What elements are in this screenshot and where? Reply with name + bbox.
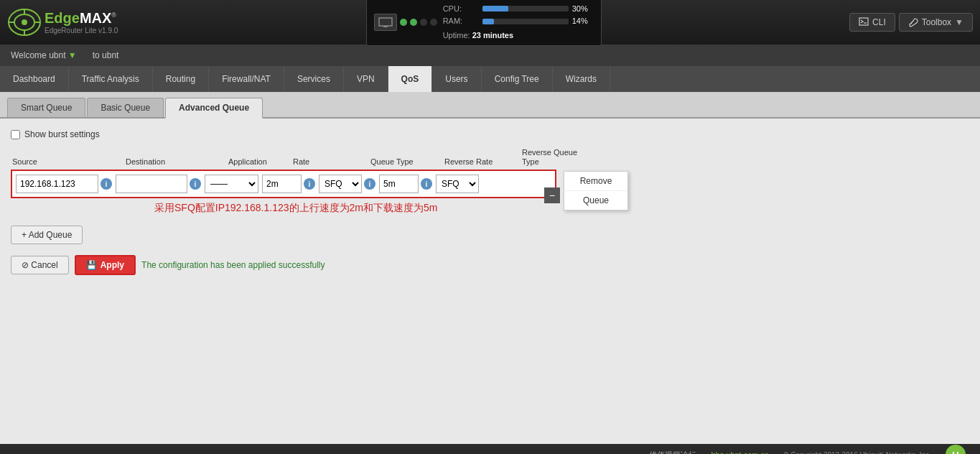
menu-dashboard-label: Dashboard (13, 74, 55, 84)
tab-smart-queue[interactable]: Smart Queue (7, 98, 85, 117)
tab-smart-queue-label: Smart Queue (21, 103, 72, 113)
revrate-field-group: i (379, 175, 432, 193)
menu-item-config-tree[interactable]: Config Tree (482, 66, 553, 92)
terminal-icon (859, 17, 869, 27)
cli-button[interactable]: CLI (849, 13, 895, 32)
apply-button[interactable]: 💾 Apply (75, 255, 136, 275)
tab-advanced-queue[interactable]: Advanced Queue (165, 98, 263, 119)
qtype-field-group: SFQ FIFO FQ-CoDel i (319, 175, 375, 193)
toolbox-button[interactable]: Toolbox ▼ (899, 13, 973, 32)
dropdown-arrow[interactable]: ▼ (68, 50, 77, 60)
remove-action[interactable]: Remove (564, 172, 627, 191)
cpu-stat-row: CPU: 30% (443, 3, 594, 16)
destination-input[interactable] (116, 175, 187, 193)
revrate-info-icon[interactable]: i (421, 178, 432, 190)
ram-label: RAM: (443, 15, 479, 28)
menu-firewall-label: Firewall/NAT (222, 74, 271, 84)
tab-basic-queue-label: Basic Queue (101, 103, 150, 113)
led-3 (420, 19, 427, 26)
col-dest-header: Destination (126, 157, 208, 167)
application-select[interactable]: —— (205, 175, 258, 193)
uptime-row: Uptime: 23 minutes (443, 28, 594, 42)
tab-basic-queue[interactable]: Basic Queue (87, 98, 164, 117)
apply-label: Apply (101, 260, 124, 270)
source-input[interactable] (16, 175, 98, 193)
show-burst-checkbox[interactable] (11, 130, 20, 139)
header: EdgeMAX® EdgeRouter Lite v1.9.0 CPU: (0, 0, 980, 45)
app-field-group: —— (205, 175, 258, 193)
success-message: The configuration has been applied succe… (141, 260, 325, 270)
annotation-text: 采用SFQ配置IP192.168.1.123的上行速度为2m和下载速度为5m (11, 202, 969, 215)
menu-item-dashboard[interactable]: Dashboard (0, 66, 69, 92)
header-center: CPU: 30% RAM: 14% Uptime: 23 minutes (366, 0, 602, 46)
menu-item-users[interactable]: Users (432, 66, 481, 92)
action-buttons-row: ⊘ Cancel 💾 Apply The configuration has b… (11, 255, 969, 275)
footer-forum: 优佰视频论坛 (649, 450, 696, 455)
qtype-info-icon[interactable]: i (364, 178, 375, 190)
revqtype-field-group: SFQ FIFO FQ-CoDel (436, 175, 479, 193)
ram-stat-row: RAM: 14% (443, 15, 594, 28)
router-name: EdgeRouter Lite v1.9.0 (45, 27, 118, 34)
cpu-pct: 30% (572, 3, 594, 16)
rate-info-icon[interactable]: i (304, 178, 315, 190)
logo-text: EdgeMAX® (45, 10, 118, 27)
cpu-fill (482, 6, 508, 11)
add-queue-button[interactable]: + Add Queue (11, 226, 83, 244)
source-info-icon[interactable]: i (101, 178, 112, 190)
menu-vpn-label: VPN (357, 74, 375, 84)
ram-pct: 14% (572, 15, 594, 28)
show-burst-label[interactable]: Show burst settings (24, 129, 100, 139)
reverse-queue-type-select[interactable]: SFQ FIFO FQ-CoDel (436, 175, 479, 193)
dest-info-icon[interactable]: i (190, 178, 201, 190)
menu-qos-label: QoS (401, 74, 419, 84)
cancel-button[interactable]: ⊘ Cancel (11, 256, 69, 274)
col-app-header: Application (228, 157, 289, 167)
apply-icon: 💾 (86, 260, 97, 270)
menu-item-firewall-nat[interactable]: Firewall/NAT (209, 66, 284, 92)
queue-type-select[interactable]: SFQ FIFO FQ-CoDel (319, 175, 362, 193)
col-rate-header: Rate (293, 157, 350, 167)
menu-wizards-label: Wizards (566, 74, 597, 84)
header-right: CLI Toolbox ▼ (849, 13, 973, 32)
wrench-icon (908, 17, 918, 27)
to-text: to ubnt (93, 50, 119, 60)
rate-input[interactable] (262, 175, 302, 193)
content-area: Smart Queue Basic Queue Advanced Queue S… (0, 92, 980, 444)
source-field-group: i (16, 175, 112, 193)
led-4 (430, 19, 437, 26)
minus-button[interactable]: − (544, 187, 560, 203)
col-qtype-header: Queue Type (370, 157, 424, 167)
top-menu: Dashboard Traffic Analysis Routing Firew… (0, 66, 980, 92)
toolbox-label: Toolbox (922, 17, 951, 27)
queue-action[interactable]: Queue (564, 191, 627, 210)
uptime-label: Uptime: (443, 31, 470, 40)
ubiquiti-logo: U (946, 445, 966, 454)
menu-users-label: Users (445, 74, 467, 84)
svg-rect-8 (383, 26, 388, 27)
ram-fill (482, 19, 495, 24)
buttons-row: + Add Queue (11, 226, 969, 244)
queue-row: i i —— i (11, 170, 556, 198)
menu-item-wizards[interactable]: Wizards (553, 66, 610, 92)
actions-popup: − Remove Queue (564, 171, 628, 210)
reverse-rate-input[interactable] (379, 175, 419, 193)
menu-item-routing[interactable]: Routing (153, 66, 209, 92)
menu-services-label: Services (297, 74, 330, 84)
svg-rect-7 (379, 18, 392, 26)
queue-row-wrapper: i i —— i (11, 170, 556, 198)
tab-advanced-queue-label: Advanced Queue (179, 103, 249, 113)
logo: EdgeMAX® EdgeRouter Lite v1.9.0 (7, 8, 118, 37)
user-nav: Welcome ubnt ▼ to ubnt (0, 45, 980, 66)
menu-item-services[interactable]: Services (284, 66, 344, 92)
cancel-label: Cancel (31, 260, 57, 270)
welcome-text: Welcome ubnt ▼ (11, 50, 77, 60)
logo-area: EdgeMAX® EdgeRouter Lite v1.9.0 (7, 8, 118, 37)
uptime-value: 23 minutes (472, 31, 513, 40)
screen-icon (378, 17, 393, 28)
menu-routing-label: Routing (166, 74, 195, 84)
menu-item-traffic-analysis[interactable]: Traffic Analysis (69, 66, 153, 92)
cli-label: CLI (872, 17, 886, 27)
queue-headers: Source Destination Application Rate Queu… (11, 148, 969, 167)
menu-item-vpn[interactable]: VPN (344, 66, 388, 92)
menu-item-qos[interactable]: QoS (388, 66, 433, 92)
